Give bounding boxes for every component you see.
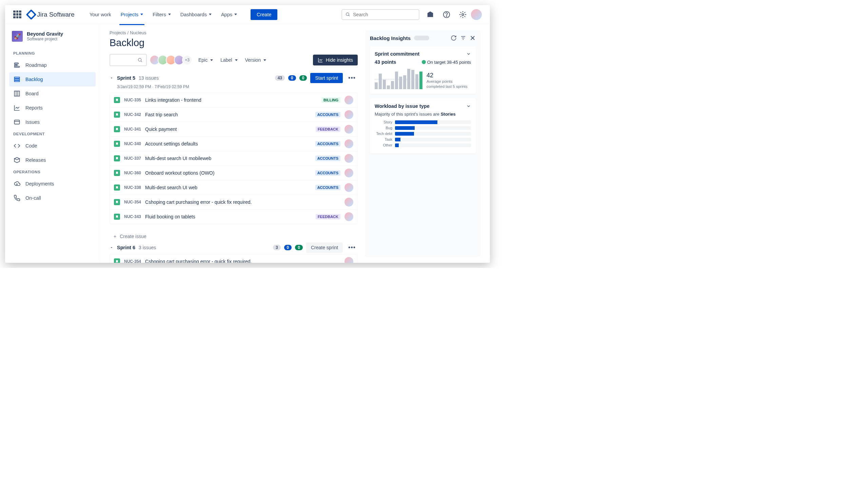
sidebar-item-releases[interactable]: Releases <box>9 153 96 167</box>
issue-row[interactable]: NUC-340 Account settings defaults ACCOUN… <box>110 137 357 151</box>
nav-apps[interactable]: Apps <box>217 9 241 20</box>
sidebar-item-backlog[interactable]: Backlog <box>9 72 96 86</box>
chevron-down-icon[interactable] <box>466 104 471 109</box>
breadcrumb-project[interactable]: Nucleus <box>130 30 146 35</box>
more-icon[interactable]: ••• <box>346 244 358 251</box>
workload-card: Workload by issue type Majority of this … <box>370 99 476 154</box>
roadmap-icon <box>13 61 21 69</box>
chevron-down-icon[interactable] <box>466 52 471 56</box>
search-icon <box>138 58 143 63</box>
app-window: Jira Software Your work Projects Filters… <box>5 5 490 263</box>
assignee-avatar[interactable] <box>344 96 353 104</box>
project-header[interactable]: 🚀 Beyond Gravity Software project <box>9 31 96 48</box>
label-filter[interactable]: Label <box>219 55 239 65</box>
issue-row[interactable]: NUC-338 Multi-dest search UI web ACCOUNT… <box>110 180 357 195</box>
chart-icon <box>318 57 323 63</box>
issue-title: Account settings defaults <box>145 141 311 146</box>
avatar-more[interactable]: +3 <box>182 55 192 65</box>
workload-bar <box>395 126 471 130</box>
filter-icon[interactable] <box>460 35 466 41</box>
more-icon[interactable]: ••• <box>346 75 358 82</box>
issue-key: NUC-354 <box>124 259 141 263</box>
quick-filter-search[interactable] <box>110 54 147 66</box>
start-sprint-button[interactable]: Start sprint <box>310 73 343 83</box>
assignee-avatar[interactable] <box>344 257 353 263</box>
project-type: Software project <box>27 37 63 41</box>
issue-tag: FEEDBACK <box>316 126 340 132</box>
create-issue-button[interactable]: +Create issue <box>110 230 358 242</box>
sprint-dates: 3/Jan/19 02:59 PM · 7/Feb/19 02:59 PM <box>117 84 358 89</box>
sidebar-item-on-call[interactable]: On-call <box>9 191 96 205</box>
sidebar-item-label: On-call <box>25 195 41 201</box>
sprint-toggle-icon[interactable] <box>110 76 114 80</box>
workload-label: Other <box>375 143 392 147</box>
create-sprint-button[interactable]: Create sprint <box>306 242 343 253</box>
issue-row[interactable]: NUC-337 Multi-dest search UI mobileweb A… <box>110 151 357 166</box>
hide-insights-button[interactable]: Hide insights <box>313 55 358 65</box>
nav-projects[interactable]: Projects <box>117 9 147 20</box>
issue-row[interactable]: NUC-360 Onboard workout options (OWO) AC… <box>110 166 357 180</box>
sidebar-item-board[interactable]: Board <box>9 86 96 101</box>
issue-row[interactable]: NUC-341 Quick payment FEEDBACK <box>110 122 357 137</box>
sidebar-item-label: Code <box>25 143 37 149</box>
issue-title: Fast trip search <box>145 112 311 117</box>
close-icon[interactable] <box>470 35 476 41</box>
sidebar-item-issues[interactable]: Issues <box>9 115 96 129</box>
issue-row[interactable]: NUC-343 Fluid booking on tablets FEEDBAC… <box>110 210 357 224</box>
assignee-avatar[interactable] <box>344 139 353 148</box>
sidebar-item-deployments[interactable]: Deployments <box>9 177 96 191</box>
assignee-avatar[interactable] <box>344 212 353 221</box>
svg-rect-14 <box>15 120 20 124</box>
workload-bar <box>395 132 471 136</box>
profile-avatar[interactable] <box>471 9 482 20</box>
sidebar-item-reports[interactable]: Reports <box>9 101 96 115</box>
assignee-avatar[interactable] <box>344 198 353 207</box>
notifications-icon[interactable] <box>425 9 436 20</box>
issue-row[interactable]: NUC-335 Links integration - frontend BIL… <box>110 93 357 107</box>
global-search[interactable] <box>341 9 419 20</box>
assignee-avatar[interactable] <box>344 110 353 119</box>
help-icon[interactable] <box>441 9 452 20</box>
sidebar-item-label: Roadmap <box>25 62 47 68</box>
app-switcher-icon[interactable] <box>13 11 21 19</box>
svg-point-0 <box>346 13 349 15</box>
issue-row[interactable]: NUC-342 Fast trip search ACCOUNTS <box>110 107 357 122</box>
nav-filters[interactable]: Filters <box>149 9 175 20</box>
issue-title: Links integration - frontend <box>145 97 317 103</box>
sidebar-item-label: Board <box>25 91 39 96</box>
nav-your-work[interactable]: Your work <box>85 9 115 20</box>
status-pill: 0 <box>288 75 296 81</box>
svg-rect-7 <box>15 66 20 67</box>
story-icon <box>114 199 120 205</box>
assignee-avatar[interactable] <box>344 183 353 192</box>
sidebar-item-roadmap[interactable]: Roadmap <box>9 58 96 72</box>
create-button[interactable]: Create <box>251 9 278 20</box>
version-filter[interactable]: Version <box>244 55 268 65</box>
product-logo[interactable]: Jira Software <box>27 11 75 18</box>
sidebar-item-label: Releases <box>25 157 46 163</box>
issue-key: NUC-342 <box>124 112 141 117</box>
breadcrumb: Projects / Nucleus <box>110 30 358 35</box>
assignee-avatar[interactable] <box>344 125 353 134</box>
assignee-avatar[interactable] <box>344 154 353 163</box>
card-title: Workload by issue type <box>375 103 430 109</box>
sprint-issue-count: 13 issues <box>139 75 159 81</box>
refresh-icon[interactable] <box>451 35 457 41</box>
card-title: Sprint commitment <box>375 51 419 57</box>
sidebar-item-code[interactable]: Code <box>9 139 96 153</box>
chart-bar <box>383 80 386 89</box>
code-icon <box>13 142 21 150</box>
svg-rect-11 <box>15 91 20 96</box>
top-nav: Jira Software Your work Projects Filters… <box>5 5 490 24</box>
settings-icon[interactable] <box>457 9 468 20</box>
nav-dashboards[interactable]: Dashboards <box>176 9 216 20</box>
issue-row[interactable]: NUC-354 Cshoping cart purchasing error -… <box>110 195 357 210</box>
assignee-avatar[interactable] <box>344 169 353 177</box>
search-input[interactable] <box>353 12 415 17</box>
breadcrumb-root[interactable]: Projects <box>110 30 126 35</box>
issue-row[interactable]: NUC-354 Cshoping cart purchasing error -… <box>110 254 357 263</box>
releases-icon <box>13 156 21 164</box>
issue-key: NUC-343 <box>124 214 141 219</box>
epic-filter[interactable]: Epic <box>197 55 214 65</box>
sprint-toggle-icon[interactable] <box>110 246 114 250</box>
